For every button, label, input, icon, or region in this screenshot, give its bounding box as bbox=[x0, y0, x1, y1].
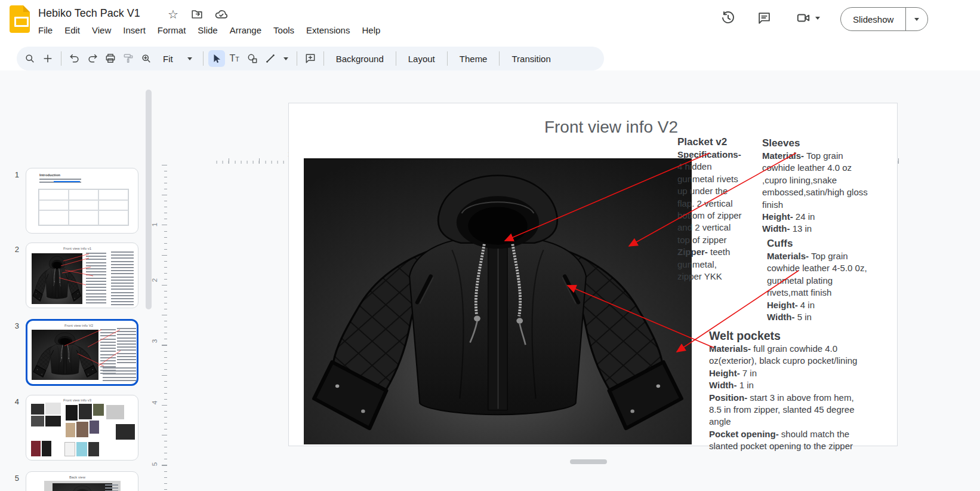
menu-tools[interactable]: Tools bbox=[267, 23, 300, 37]
menu-bar: File Edit View Insert Format Slide Arran… bbox=[32, 23, 386, 37]
slideshow-button[interactable]: Slideshow bbox=[841, 14, 905, 24]
slide-thumbnail-2[interactable]: Front view info v1 bbox=[26, 243, 138, 308]
select-cursor-icon[interactable] bbox=[208, 50, 225, 67]
slide-thumbnail-5[interactable]: Back view bbox=[26, 471, 138, 491]
menu-insert[interactable]: Insert bbox=[117, 23, 152, 37]
shape-icon[interactable] bbox=[244, 50, 261, 67]
comments-icon[interactable] bbox=[756, 10, 772, 26]
insert-comment-icon[interactable] bbox=[302, 50, 319, 67]
toolbar-divider bbox=[61, 51, 61, 66]
slides-logo[interactable] bbox=[10, 5, 30, 33]
slide-number: 4 bbox=[5, 397, 19, 406]
mini-link bbox=[54, 181, 80, 182]
print-icon[interactable] bbox=[102, 50, 119, 67]
menu-help[interactable]: Help bbox=[356, 23, 386, 37]
undo-icon[interactable] bbox=[66, 50, 83, 67]
star-icon[interactable]: ☆ bbox=[165, 6, 181, 23]
mini-table bbox=[38, 189, 129, 226]
mini-annotation-lines bbox=[27, 321, 137, 384]
new-slide-icon[interactable] bbox=[39, 50, 56, 67]
slide-number: 3 bbox=[5, 321, 19, 330]
layout-button[interactable]: Layout bbox=[401, 51, 442, 67]
slide-thumbnail-3-selected[interactable]: Front view info V2 bbox=[26, 319, 138, 386]
filmstrip-scrollbar[interactable] bbox=[146, 90, 152, 309]
jacket-image[interactable] bbox=[304, 158, 692, 444]
call-options-caret-icon[interactable] bbox=[815, 17, 820, 20]
menus-search-icon[interactable] bbox=[21, 50, 38, 67]
transition-button[interactable]: Transition bbox=[504, 51, 557, 67]
slide-number: 2 bbox=[5, 245, 19, 254]
menu-edit[interactable]: Edit bbox=[58, 23, 86, 37]
line-caret-icon[interactable] bbox=[280, 57, 292, 60]
paint-format-icon[interactable] bbox=[120, 50, 137, 67]
logo-slide-glyph bbox=[14, 17, 29, 27]
slide-editing-area[interactable]: Front view info V2 Placket v2 Specificat… bbox=[288, 103, 898, 446]
mini-backview-image bbox=[44, 481, 121, 491]
slideshow-options-caret-icon[interactable] bbox=[906, 18, 927, 21]
mini-annotation-lines bbox=[26, 243, 138, 308]
slideshow-button-group: Slideshow bbox=[840, 7, 928, 31]
text-box-icon[interactable]: TT bbox=[226, 50, 243, 67]
line-icon[interactable] bbox=[262, 50, 279, 67]
theme-button[interactable]: Theme bbox=[452, 51, 495, 67]
version-history-icon[interactable] bbox=[720, 10, 736, 26]
join-call-icon[interactable] bbox=[795, 10, 812, 26]
slide-number: 1 bbox=[5, 170, 19, 179]
menu-view[interactable]: View bbox=[86, 23, 117, 37]
welt-pockets-textbox[interactable]: Welt pockets Materials- full grain cowhi… bbox=[709, 329, 900, 453]
horizontal-scrollbar[interactable] bbox=[570, 459, 607, 464]
zoom-select[interactable]: Fit bbox=[156, 51, 180, 67]
cuffs-textbox[interactable]: Cuffs Materials- Top grain cowhide leath… bbox=[767, 237, 898, 323]
placket-textbox[interactable]: Placket v2 Specifications- 4 hidden gunm… bbox=[677, 136, 761, 283]
toolbar-divider bbox=[447, 51, 448, 66]
menu-slide[interactable]: Slide bbox=[192, 23, 223, 37]
menu-file[interactable]: File bbox=[32, 23, 58, 37]
menu-extensions[interactable]: Extensions bbox=[300, 23, 356, 37]
zoom-caret-icon[interactable] bbox=[181, 57, 198, 60]
toolbar-divider bbox=[396, 51, 396, 66]
toolbar-divider bbox=[297, 51, 297, 66]
vertical-ruler: 1 2 3 4 5 bbox=[149, 165, 168, 491]
toolbar-divider bbox=[203, 51, 204, 66]
slide-title-textbox[interactable]: Front view info V2 bbox=[432, 118, 790, 137]
menu-format[interactable]: Format bbox=[152, 23, 192, 37]
sleeves-textbox[interactable]: Sleeves Materials- Top grain cowhide lea… bbox=[762, 137, 899, 235]
slide-thumbnail-1[interactable]: Introduction bbox=[26, 168, 138, 234]
cloud-saved-icon[interactable] bbox=[212, 6, 229, 23]
toolbar-divider bbox=[499, 51, 500, 66]
move-folder-icon[interactable] bbox=[189, 6, 205, 23]
slide-number: 5 bbox=[5, 474, 19, 483]
background-button[interactable]: Background bbox=[329, 51, 391, 67]
slide-thumbnail-4[interactable]: Front view info v3 bbox=[26, 395, 138, 461]
toolbar-divider bbox=[323, 51, 324, 66]
redo-icon[interactable] bbox=[84, 50, 101, 67]
menu-arrange[interactable]: Arrange bbox=[224, 23, 267, 37]
zoom-icon[interactable] bbox=[138, 50, 155, 67]
logo-fold bbox=[23, 5, 30, 12]
document-title[interactable]: Hebiko Tech Pack V1 bbox=[38, 7, 140, 20]
main-toolbar: Fit TT Background Layout Theme Transitio… bbox=[17, 47, 604, 70]
